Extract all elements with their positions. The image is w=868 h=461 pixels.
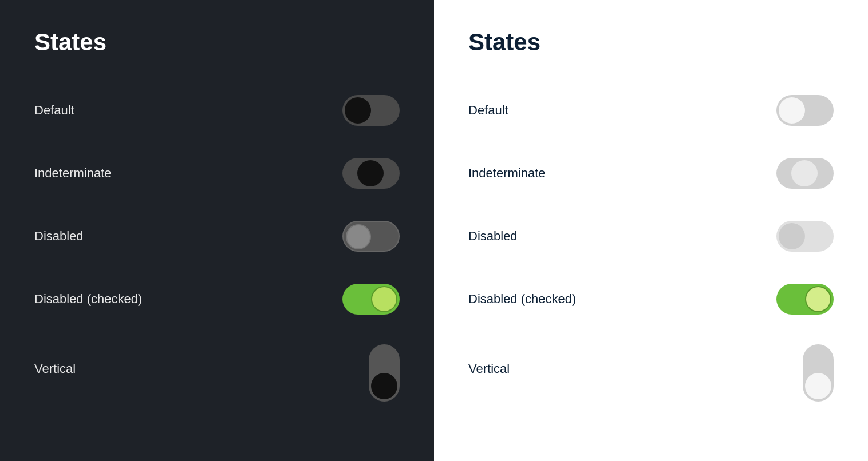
dark-disabled-knob — [346, 224, 371, 249]
dark-indeterminate-toggle-wrapper — [331, 158, 400, 189]
dark-states-list: Default Indeterminate Disabled — [34, 79, 400, 418]
light-vertical-knob — [805, 373, 831, 399]
dark-vertical-toggle-wrapper — [331, 344, 400, 402]
light-vertical-row: Vertical — [468, 331, 834, 418]
dark-disabled-checked-label: Disabled (checked) — [34, 292, 142, 307]
dark-disabled-toggle — [342, 221, 400, 252]
dark-disabled-checked-knob — [371, 286, 397, 312]
light-indeterminate-row: Indeterminate — [468, 142, 834, 205]
dark-disabled-checked-toggle-wrapper — [331, 284, 400, 315]
light-panel: States Default Indeterminate Disabled — [434, 0, 868, 461]
light-default-toggle[interactable] — [776, 95, 834, 126]
light-disabled-label: Disabled — [468, 229, 518, 244]
light-disabled-checked-label: Disabled (checked) — [468, 292, 576, 307]
dark-default-row: Default — [34, 79, 400, 142]
dark-vertical-row: Vertical — [34, 331, 400, 418]
dark-vertical-label: Vertical — [34, 344, 76, 376]
dark-disabled-checked-toggle — [342, 284, 400, 315]
light-default-label: Default — [468, 103, 508, 118]
dark-default-label: Default — [34, 103, 74, 118]
dark-disabled-label: Disabled — [34, 229, 84, 244]
light-disabled-knob — [779, 223, 805, 249]
dark-indeterminate-toggle[interactable] — [342, 158, 400, 189]
light-disabled-checked-knob — [805, 286, 831, 312]
dark-vertical-toggle[interactable] — [369, 344, 400, 402]
light-indeterminate-toggle-wrapper — [765, 158, 834, 189]
dark-panel-title: States — [34, 29, 400, 56]
dark-vertical-knob — [371, 373, 397, 399]
light-indeterminate-toggle[interactable] — [776, 158, 834, 189]
light-default-toggle-wrapper — [765, 95, 834, 126]
light-disabled-checked-toggle-wrapper — [765, 284, 834, 315]
dark-disabled-toggle-wrapper — [331, 221, 400, 252]
dark-default-toggle[interactable] — [342, 95, 400, 126]
light-disabled-toggle-wrapper — [765, 221, 834, 252]
dark-indeterminate-knob — [357, 160, 384, 186]
dark-indeterminate-label: Indeterminate — [34, 166, 112, 181]
light-disabled-row: Disabled — [468, 205, 834, 268]
light-indeterminate-label: Indeterminate — [468, 166, 546, 181]
dark-default-knob — [345, 97, 371, 124]
dark-panel: States Default Indeterminate Disabled — [0, 0, 434, 461]
light-panel-title: States — [468, 29, 834, 56]
light-vertical-toggle-wrapper — [765, 344, 834, 402]
dark-disabled-checked-row: Disabled (checked) — [34, 268, 400, 331]
light-vertical-toggle[interactable] — [803, 344, 834, 402]
light-indeterminate-knob — [791, 160, 818, 186]
light-default-row: Default — [468, 79, 834, 142]
light-default-knob — [779, 97, 805, 124]
dark-default-toggle-wrapper — [331, 95, 400, 126]
light-disabled-checked-toggle — [776, 284, 834, 315]
light-vertical-label: Vertical — [468, 344, 510, 376]
light-disabled-toggle — [776, 221, 834, 252]
dark-indeterminate-row: Indeterminate — [34, 142, 400, 205]
dark-disabled-row: Disabled — [34, 205, 400, 268]
light-disabled-checked-row: Disabled (checked) — [468, 268, 834, 331]
light-states-list: Default Indeterminate Disabled — [468, 79, 834, 418]
